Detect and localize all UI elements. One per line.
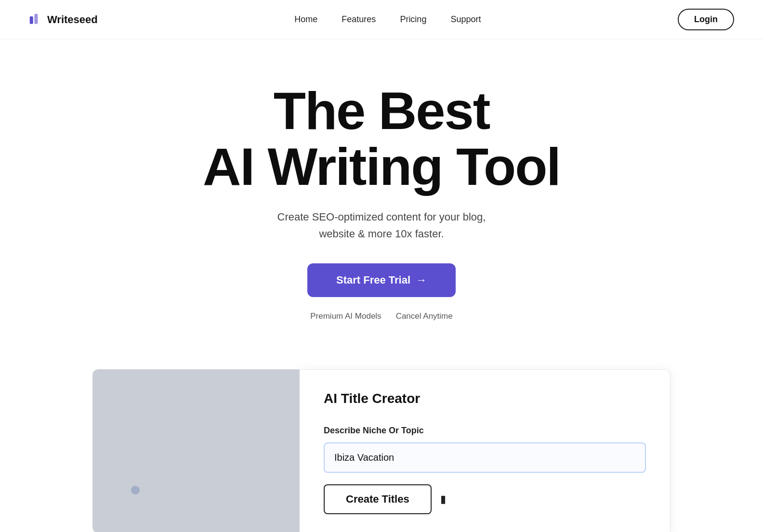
demo-section: AI Title Creator Describe Niche Or Topic… <box>92 369 671 532</box>
hero-tags: Premium AI Models Cancel Anytime <box>310 311 453 321</box>
nav-item-support[interactable]: Support <box>450 14 481 25</box>
hero-subtitle: Create SEO-optimized content for your bl… <box>261 208 502 242</box>
hero-tag-ai-models: Premium AI Models <box>310 311 381 321</box>
niche-topic-input[interactable] <box>324 442 646 473</box>
logo-icon <box>29 13 42 26</box>
demo-image <box>92 369 300 532</box>
logo[interactable]: Writeseed <box>29 13 98 26</box>
hero-title: The Best AI Writing Tool <box>203 83 560 194</box>
nav-link-features[interactable]: Features <box>342 14 376 24</box>
hero-tag-cancel: Cancel Anytime <box>396 311 453 321</box>
nav-links: Home Features Pricing Support <box>294 14 481 25</box>
cursor-icon: ▮ <box>440 493 446 506</box>
hero-section: The Best AI Writing Tool Create SEO-opti… <box>0 39 763 350</box>
navbar: Writeseed Home Features Pricing Support … <box>0 0 763 39</box>
hero-title-line1: The Best <box>274 81 490 140</box>
nav-item-pricing[interactable]: Pricing <box>400 14 426 25</box>
nav-item-home[interactable]: Home <box>294 14 317 25</box>
hero-title-line2: AI Writing Tool <box>203 137 560 196</box>
logo-text: Writeseed <box>47 13 98 26</box>
demo-image-dot <box>131 486 140 494</box>
nav-item-features[interactable]: Features <box>342 14 376 25</box>
cta-arrow-icon: → <box>416 274 427 286</box>
create-titles-button[interactable]: Create Titles <box>324 484 432 514</box>
svg-rect-1 <box>34 13 38 24</box>
nav-link-pricing[interactable]: Pricing <box>400 14 426 24</box>
cta-label: Start Free Trial <box>336 274 410 286</box>
start-free-trial-button[interactable]: Start Free Trial → <box>307 263 456 297</box>
nav-link-support[interactable]: Support <box>450 14 481 24</box>
demo-panel-title: AI Title Creator <box>324 391 646 406</box>
login-button[interactable]: Login <box>678 9 734 30</box>
nav-link-home[interactable]: Home <box>294 14 317 24</box>
demo-panel: AI Title Creator Describe Niche Or Topic… <box>300 369 671 532</box>
demo-input-label: Describe Niche Or Topic <box>324 426 646 436</box>
svg-rect-0 <box>30 16 33 24</box>
